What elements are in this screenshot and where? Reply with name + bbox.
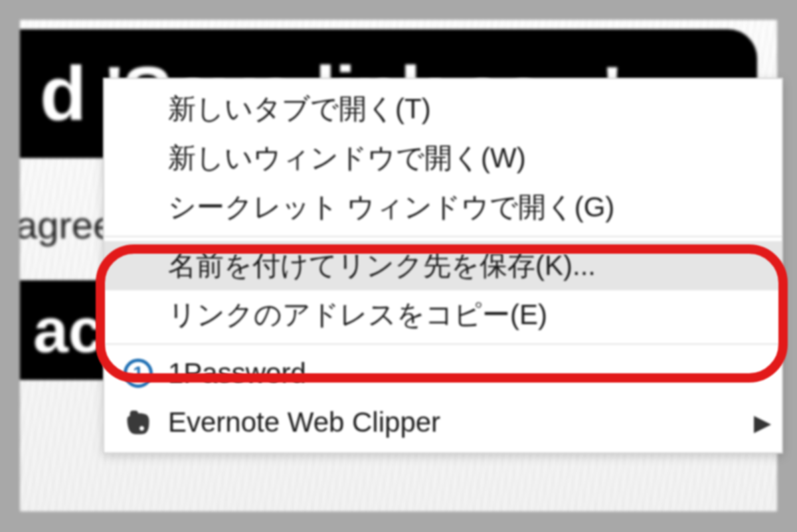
onepassword-icon: 1	[123, 358, 153, 389]
menu-item-evernote-web-clipper[interactable]: Evernote Web Clipper ▶	[104, 398, 782, 447]
menu-item-1password[interactable]: 1 1Password	[104, 349, 782, 398]
menu-item-label: 1Password	[168, 357, 306, 389]
menu-item-label: シークレット ウィンドウで開く(G)	[168, 189, 614, 226]
menu-item-label: 新しいウィンドウで開く(W)	[168, 139, 526, 177]
menu-item-label: Evernote Web Clipper	[168, 406, 440, 438]
menu-separator	[104, 343, 782, 345]
menu-item-label: 新しいタブで開く(T)	[168, 90, 431, 128]
agree-text: agree	[20, 203, 114, 247]
menu-item-copy-link-address[interactable]: リンクのアドレスをコピー(E)	[104, 290, 782, 339]
menu-separator	[104, 236, 782, 237]
menu-item-save-link-as[interactable]: 名前を付けてリンク先を保存(K)...	[104, 241, 782, 290]
menu-item-open-incognito[interactable]: シークレット ウィンドウで開く(G)	[104, 183, 782, 232]
menu-item-open-new-tab[interactable]: 新しいタブで開く(T)	[104, 84, 782, 133]
evernote-icon	[123, 407, 153, 438]
submenu-arrow-icon: ▶	[754, 409, 771, 436]
menu-item-label: リンクのアドレスをコピー(E)	[168, 296, 547, 333]
menu-item-open-new-window[interactable]: 新しいウィンドウで開く(W)	[104, 133, 782, 183]
context-menu: 新しいタブで開く(T) 新しいウィンドウで開く(W) シークレット ウィンドウで…	[103, 78, 783, 454]
menu-item-label: 名前を付けてリンク先を保存(K)...	[168, 247, 596, 284]
